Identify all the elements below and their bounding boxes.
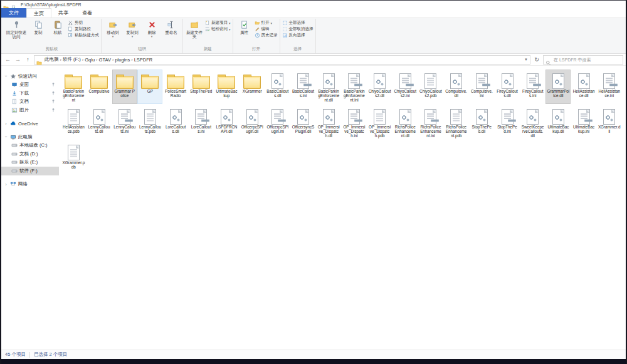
sidebar-item-软件 (F:)[interactable]: 软件 (F:) <box>1 167 59 175</box>
paste-button[interactable]: 粘贴 <box>48 19 67 35</box>
sidebar-section-快速访问[interactable]: ›快速访问 <box>1 72 59 81</box>
copy-button[interactable]: 复制 <box>29 19 48 35</box>
quick-access-toolbar-icon[interactable] <box>11 2 16 8</box>
up-button[interactable]: ↑ <box>24 56 32 63</box>
file-tile[interactable]: BasicCallouts.dll <box>265 70 290 104</box>
file-tile[interactable]: UltimateBackup <box>214 70 239 104</box>
copy-to-button[interactable]: 复制到▾ <box>123 19 142 39</box>
file-tile[interactable]: XGrammer.pdb <box>61 141 86 171</box>
new-folder-button[interactable]: 新建文件夹 <box>185 19 204 39</box>
file-tile[interactable]: OfficerpcSPlugin.ini <box>265 105 290 140</box>
chevron-icon[interactable]: › <box>4 74 8 78</box>
file-tile[interactable]: OfficerpcSPlugin.dll <box>240 105 265 140</box>
file-tile[interactable]: LennyCallouts.dll <box>87 105 112 140</box>
file-tile[interactable]: OP_Immersive_Dispatch.dll <box>316 105 341 140</box>
file-tile[interactable]: Grammar Police <box>112 70 137 104</box>
file-tile[interactable]: ChiyoCallouts2.ini <box>393 70 418 104</box>
file-tile[interactable]: ChiyoCallouts2.pdb <box>418 70 443 104</box>
file-tile[interactable]: LennyCallouts.pdb <box>137 105 162 140</box>
file-tile[interactable]: BasicParkingEnforcement.dll <box>316 70 341 104</box>
breadcrumb-item[interactable]: LSPDFR <box>133 57 154 63</box>
sidebar-section-此电脑[interactable]: ›此电脑 <box>1 133 59 142</box>
rename-button[interactable]: 重命名 <box>162 19 181 35</box>
file-tile[interactable]: PoliceSmartRadio <box>163 70 188 104</box>
file-tile[interactable]: RichsPoliceEnhancement.pdb <box>444 105 469 140</box>
file-tile[interactable]: SweetKeeperveCallouts.dll <box>520 105 545 140</box>
sidebar-item-文档[interactable]: 文档 <box>1 98 59 107</box>
file-tile[interactable]: OP_Immersive_Dispatch.ini <box>342 105 367 140</box>
file-tile[interactable]: Compulsive.dll <box>444 70 469 104</box>
new-item-button[interactable]: 新建项目▾ <box>204 20 231 26</box>
tab-file[interactable]: 文件 <box>1 8 26 18</box>
breadcrumb-item[interactable]: GTAV <box>98 57 112 63</box>
file-tile[interactable]: LennyCallouts.ini <box>112 105 137 140</box>
file-tile[interactable]: LSPDFRCN API.dll <box>214 105 239 140</box>
tab-view[interactable]: 查看 <box>75 8 99 18</box>
file-tile[interactable]: RichsPoliceEnhancement.ini <box>418 105 443 140</box>
breadcrumb-item[interactable]: 软件 (F:) <box>61 56 82 63</box>
file-tile[interactable]: HeliAssistance.dll <box>571 70 596 104</box>
file-tile[interactable]: Compulsive.ini <box>469 70 494 104</box>
file-tile[interactable]: FireyCallouts.ini <box>520 70 545 104</box>
file-tile[interactable]: UltimateBackup.ini <box>571 105 596 140</box>
delete-button[interactable]: 删除▾ <box>142 19 161 39</box>
invert-selection-button[interactable]: 反向选择 <box>282 33 314 38</box>
sidebar-item-下载[interactable]: 下载 <box>1 89 59 98</box>
file-tile[interactable]: OP_Immersive_Dispatch.pdb <box>367 105 393 140</box>
file-tile[interactable]: LoreCallouts.dll <box>163 105 188 140</box>
refresh-icon[interactable]: ↻ <box>532 56 541 63</box>
file-tile[interactable]: ChiyoCallouts2.dll <box>367 70 393 104</box>
edit-button[interactable]: 编辑 <box>255 26 278 32</box>
chevron-icon[interactable]: › <box>4 135 8 139</box>
breadcrumb-item[interactable]: plugins <box>113 57 131 63</box>
chevron-down-icon[interactable]: ▼ <box>524 58 528 61</box>
breadcrumb-item[interactable]: Gqlu <box>83 57 96 63</box>
breadcrumb-item[interactable]: 此电脑 <box>43 56 60 63</box>
file-tile[interactable]: HeliAssistance.ini <box>597 70 622 104</box>
file-tile[interactable]: BasicCallouts.ini <box>291 70 316 104</box>
sidebar-section-网络[interactable]: ›网络 <box>1 180 59 189</box>
folder-icon <box>65 76 82 89</box>
file-tile[interactable]: GP <box>137 70 162 104</box>
paste-shortcut-button[interactable]: 粘贴快捷方式 <box>68 33 99 38</box>
file-tile[interactable]: StopThePed.dll <box>469 105 494 140</box>
properties-button[interactable]: 属性 <box>235 19 254 35</box>
select-none-button[interactable]: 全部取消选择 <box>282 26 314 32</box>
file-tile[interactable]: HeliAssistance.pdb <box>61 105 86 140</box>
open-button[interactable]: 打开▾ <box>255 20 278 26</box>
file-tile[interactable]: StopThePed.ini <box>495 105 520 140</box>
sidebar-item-桌面[interactable]: 桌面 <box>1 81 59 90</box>
file-tile[interactable]: OfficersyncSPlugin.dll <box>291 105 316 140</box>
chevron-icon[interactable]: › <box>4 122 8 126</box>
file-tile[interactable]: FireyCallouts.dll <box>495 70 520 104</box>
sidebar-item-娱乐 (E:)[interactable]: 娱乐 (E:) <box>1 159 59 167</box>
file-tile[interactable]: GrammarPolice.dll <box>545 70 571 104</box>
file-tile[interactable]: StopThePed <box>189 70 214 104</box>
copy-path-button[interactable]: 复制路径 <box>68 26 99 32</box>
file-tile[interactable]: BasicParkingEnforcement.ini <box>342 70 367 104</box>
file-tile[interactable]: XGrammer <box>240 70 265 104</box>
select-all-button[interactable]: 全部选择 <box>282 20 314 26</box>
sidebar-item-文档 (D:)[interactable]: 文档 (D:) <box>1 150 59 159</box>
move-to-button[interactable]: 移动到▾ <box>103 19 122 39</box>
history-button[interactable]: 历史记录 <box>255 33 278 38</box>
tab-home[interactable]: 主页 <box>26 8 51 18</box>
breadcrumb[interactable]: 此电脑›软件 (F:)›Gqlu›GTAV›plugins›LSPDFR ▼ <box>34 55 530 65</box>
easy-access-button[interactable]: 轻松访问▾ <box>204 26 231 32</box>
file-tile[interactable]: Compulsive <box>87 70 112 104</box>
file-tile[interactable]: BasicParkingEnforcement <box>61 70 86 104</box>
sidebar-item-本地磁盘 (C:)[interactable]: 本地磁盘 (C:) <box>1 142 59 150</box>
sidebar-item-图片[interactable]: 图片 <box>1 106 59 115</box>
file-tile[interactable]: LoreCallouts.ini <box>189 105 214 140</box>
pin-button[interactable]: 固定到快速访问 <box>4 19 28 39</box>
file-tile[interactable]: UltimateBackup.dll <box>545 105 571 140</box>
cut-button[interactable]: 剪切 <box>68 20 99 26</box>
chevron-icon[interactable]: › <box>4 182 8 187</box>
file-tile[interactable]: RichsPoliceEnhancement.dll <box>393 105 418 140</box>
sidebar-section-OneDrive[interactable]: ›OneDrive <box>1 120 59 128</box>
back-button[interactable]: ← <box>4 56 12 63</box>
forward-button[interactable]: → <box>14 56 22 63</box>
file-tile[interactable]: XGrammer.dll <box>597 105 622 140</box>
search-input[interactable] <box>552 57 621 63</box>
tab-share[interactable]: 共享 <box>51 8 75 18</box>
